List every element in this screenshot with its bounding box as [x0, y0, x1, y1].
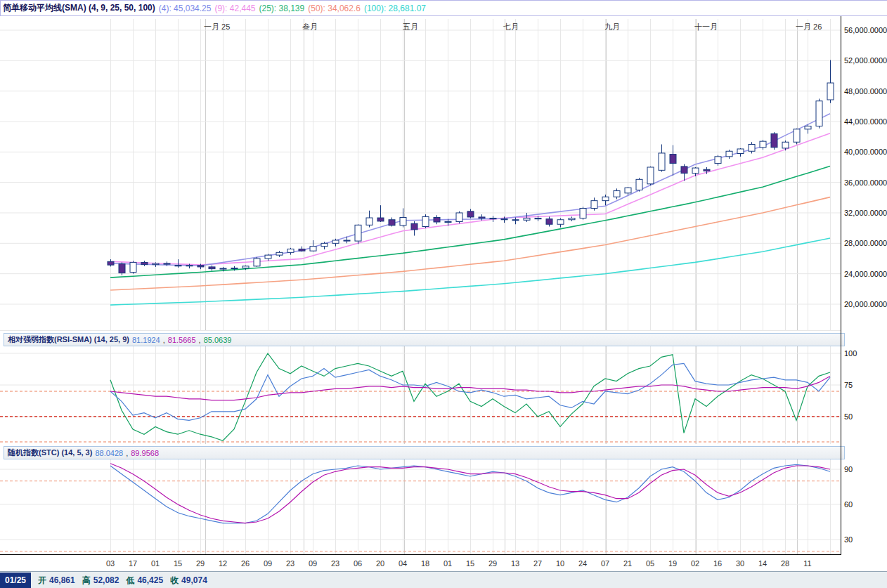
status-bar: 01/25 开 46,861 高 52,082 低 46,425 收 49,07… — [0, 571, 887, 588]
price-axis-label: 36,000.0000 — [844, 178, 887, 187]
sma9-value: (9): 42,445 — [214, 4, 255, 13]
date-tick-label: 26 — [241, 559, 250, 568]
open-label: 开 — [38, 575, 46, 587]
date-tick-label: 27 — [533, 559, 542, 568]
date-tick-label: 20 — [376, 559, 384, 568]
date-tick-label: 28 — [781, 559, 789, 568]
date-tick-label: 06 — [354, 559, 362, 568]
price-axis-label: 28,000.0000 — [844, 239, 887, 247]
date-tick-label: 01 — [151, 559, 160, 568]
rsi-axis-label: 75 — [844, 381, 853, 389]
close-label: 收 — [170, 575, 179, 587]
rsi-axis-label: 100 — [844, 349, 857, 358]
month-label: 七月 — [503, 22, 519, 32]
price-axis-label: 40,000.0000 — [844, 148, 887, 156]
stc-k-value: 88.0428 — [95, 449, 123, 457]
month-label: 十一月 — [694, 22, 718, 32]
rsi-title: 相对强弱指数(RSI-SMA) (14, 25, 9) — [8, 334, 129, 345]
date-tick-label: 15 — [174, 559, 182, 568]
rsi25-value: 81.5665 — [168, 336, 196, 344]
price-axis-label: 56,000.0000 — [844, 26, 887, 34]
date-tick-label: 15 — [466, 559, 474, 568]
stc-header-bar: 随机指数(STC) (14, 5, 3) 88.0428 , 89.9568 — [4, 446, 845, 459]
rsi9-value: 85.0639 — [204, 336, 232, 344]
date-tick-label: 14 — [758, 559, 767, 568]
month-label: 叁月 — [302, 22, 318, 32]
month-label: 九月 — [604, 22, 620, 32]
date-tick-label: 04 — [399, 559, 407, 568]
date-tick-label: 12 — [219, 559, 227, 568]
date-tick-label: 11 — [803, 559, 811, 568]
rsi-separator: , — [163, 336, 165, 344]
price-axis-label: 48,000.0000 — [844, 87, 887, 96]
date-tick-label: 23 — [286, 559, 294, 568]
open-value: 46,861 — [49, 575, 75, 585]
status-date-badge: 01/25 — [0, 573, 31, 588]
sma-legend-bar: 简单移动平均线(SMA) (4, 9, 25, 50, 100) (4): 45… — [0, 0, 887, 16]
date-tick-label: 23 — [331, 559, 339, 568]
month-label: 一月 26 — [796, 22, 822, 32]
high-value: 52,082 — [93, 575, 119, 585]
date-tick-label: 10 — [556, 559, 564, 568]
date-tick-label: 17 — [129, 559, 137, 568]
month-label: 一月 25 — [204, 22, 230, 32]
stc-separator: , — [126, 449, 128, 457]
stc-axis-label: 30 — [844, 535, 853, 544]
date-tick-label: 21 — [623, 559, 632, 568]
rsi14-value: 81.1924 — [132, 336, 160, 344]
date-tick-label: 13 — [511, 559, 519, 568]
stc-axis-label: 60 — [844, 500, 853, 509]
price-axis-label: 32,000.0000 — [844, 209, 887, 217]
date-tick-label: 03 — [106, 559, 115, 568]
sma4-value: (4): 45,034.25 — [159, 4, 212, 13]
date-tick-label: 02 — [691, 559, 699, 568]
rsi-axis-label: 50 — [844, 412, 853, 421]
date-tick-label: 16 — [713, 559, 722, 568]
sma50-value: (50): 34,062.6 — [308, 4, 361, 13]
stc-d-value: 89.9568 — [131, 449, 159, 457]
date-tick-label: 09 — [309, 559, 317, 568]
rsi-pane-canvas[interactable] — [0, 346, 841, 444]
date-tick-label: 07 — [601, 559, 609, 568]
date-tick-label: 05 — [646, 559, 654, 568]
price-axis-label: 44,000.0000 — [844, 117, 887, 126]
stc-axis-label: 90 — [844, 465, 853, 473]
date-tick-label: 29 — [196, 559, 205, 568]
month-label: 五月 — [403, 22, 418, 32]
plot-bottom-border — [0, 554, 841, 555]
date-tick-label: 01 — [444, 559, 452, 568]
date-tick-label: 19 — [668, 559, 677, 568]
price-axis-label: 20,000.0000 — [844, 300, 887, 308]
date-tick-label: 24 — [578, 559, 587, 568]
rsi-header-bar: 相对强弱指数(RSI-SMA) (14, 25, 9) 81.1924 , 81… — [4, 333, 845, 346]
low-value: 46,425 — [137, 575, 163, 585]
stc-pane-canvas[interactable] — [0, 459, 841, 555]
price-axis-label: 52,000.0000 — [844, 56, 887, 65]
rsi-separator: , — [199, 336, 201, 344]
date-tick-label: 18 — [421, 559, 429, 568]
date-tick-label: 29 — [488, 559, 497, 568]
plot-right-border — [841, 16, 841, 555]
date-tick-label: 09 — [264, 559, 272, 568]
stc-title: 随机指数(STC) (14, 5, 3) — [8, 447, 92, 458]
high-label: 高 — [82, 575, 91, 587]
price-axis-label: 24,000.0000 — [844, 270, 887, 278]
chart-application: 简单移动平均线(SMA) (4, 9, 25, 50, 100) (4): 45… — [0, 0, 887, 588]
chart-title: 简单移动平均线(SMA) (4, 9, 25, 50, 100) — [3, 2, 155, 14]
sma100-value: (100): 28,681.07 — [364, 4, 426, 13]
date-tick-label: 30 — [736, 559, 744, 568]
low-label: 低 — [126, 575, 134, 587]
sma25-value: (25): 38,139 — [259, 4, 305, 13]
close-value: 49,074 — [181, 575, 207, 585]
price-pane-canvas[interactable] — [0, 16, 841, 332]
